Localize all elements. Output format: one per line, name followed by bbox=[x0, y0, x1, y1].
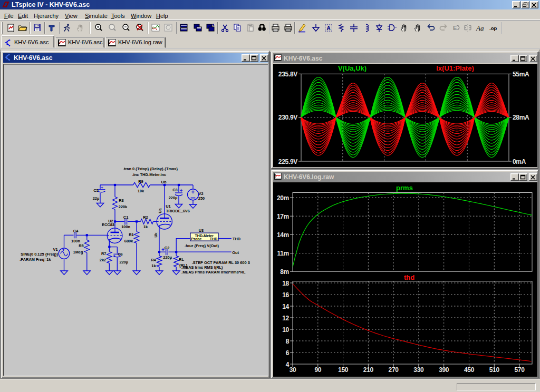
svg-text:U3: U3 bbox=[199, 228, 204, 233]
svg-text:1Meg: 1Meg bbox=[73, 250, 83, 254]
svg-text:6: 6 bbox=[286, 349, 290, 357]
svg-text:14: 14 bbox=[282, 303, 289, 310]
svg-text:90: 90 bbox=[314, 366, 321, 374]
svg-text:230.9V: 230.9V bbox=[278, 114, 298, 121]
svg-text:C4: C4 bbox=[73, 229, 79, 233]
svg-text:C1: C1 bbox=[123, 215, 128, 220]
svg-text:C3: C3 bbox=[172, 188, 177, 192]
svg-text:A: A bbox=[326, 25, 330, 31]
svg-text:8: 8 bbox=[286, 338, 290, 345]
svg-text:330: 330 bbox=[413, 366, 424, 374]
svg-text:18: 18 bbox=[282, 280, 289, 287]
svg-text:30: 30 bbox=[290, 366, 296, 374]
svg-text:Ix(U1:Plate): Ix(U1:Plate) bbox=[436, 64, 474, 72]
svg-text:220µ: 220µ bbox=[119, 260, 128, 264]
svg-text:14m: 14m bbox=[277, 231, 289, 239]
svg-text:220k: 220k bbox=[119, 204, 128, 209]
svg-text:R4: R4 bbox=[151, 258, 156, 262]
svg-text:28mA: 28mA bbox=[513, 114, 529, 121]
svg-text:220µ: 220µ bbox=[169, 195, 178, 200]
svg-text:C2: C2 bbox=[165, 246, 169, 250]
svg-text:Probe: Probe bbox=[191, 237, 202, 241]
svg-text:V1: V1 bbox=[53, 247, 57, 252]
svg-text:THD: THD bbox=[233, 237, 241, 241]
svg-text:1k: 1k bbox=[151, 263, 156, 268]
svg-text:390: 390 bbox=[439, 366, 449, 374]
svg-text:8m: 8m bbox=[280, 268, 289, 276]
svg-text:250: 250 bbox=[198, 196, 205, 201]
svg-text:220µ: 220µ bbox=[163, 255, 172, 260]
svg-text:680k: 680k bbox=[124, 239, 133, 243]
svg-text:ECC83: ECC83 bbox=[102, 222, 114, 227]
svg-text:RL: RL bbox=[179, 257, 184, 262]
svg-text:100n: 100n bbox=[71, 239, 80, 243]
svg-text:C5: C5 bbox=[93, 188, 98, 193]
svg-text:.inc THD-Meter.inc: .inc THD-Meter.inc bbox=[132, 172, 166, 177]
svg-text:570: 570 bbox=[514, 366, 525, 374]
svg-text:R1: R1 bbox=[129, 232, 133, 237]
svg-text:R9: R9 bbox=[138, 179, 143, 184]
svg-text:2k2: 2k2 bbox=[100, 258, 106, 262]
svg-text:11m: 11m bbox=[277, 250, 289, 257]
svg-text:10: 10 bbox=[282, 326, 289, 334]
svg-text:R5: R5 bbox=[79, 243, 83, 248]
svg-text:55mA: 55mA bbox=[513, 71, 529, 78]
svg-text:Uk: Uk bbox=[153, 232, 158, 237]
svg-text:270: 270 bbox=[389, 366, 399, 374]
svg-text:16: 16 bbox=[282, 291, 289, 299]
svg-text:Ua: Ua bbox=[158, 208, 162, 213]
svg-text:1k: 1k bbox=[143, 224, 148, 229]
svg-text:20m: 20m bbox=[277, 194, 289, 202]
svg-text:10k: 10k bbox=[138, 189, 144, 193]
svg-text:.MEAS Irms RMS I(RL): .MEAS Irms RMS I(RL) bbox=[181, 265, 223, 270]
svg-text:V2: V2 bbox=[198, 191, 203, 196]
svg-text:510: 510 bbox=[489, 366, 500, 374]
svg-text:.PARAM Freq=1k: .PARAM Freq=1k bbox=[20, 257, 51, 262]
svg-text:.MEAS Prms PARAM Irms*Irms*RL: .MEAS Prms PARAM Irms*Irms*RL bbox=[181, 270, 246, 275]
svg-text:R7: R7 bbox=[101, 251, 106, 256]
svg-text:225.9V: 225.9V bbox=[278, 158, 298, 165]
svg-text:.tran 0 {Tstop} {Delay} {Tmax}: .tran 0 {Tstop} {Delay} {Tmax} bbox=[123, 166, 178, 171]
svg-text:thd: thd bbox=[404, 273, 414, 281]
svg-text:TRIODE_6V6: TRIODE_6V6 bbox=[166, 209, 190, 213]
svg-text:210: 210 bbox=[363, 366, 374, 374]
svg-text:THD: THD bbox=[210, 237, 217, 241]
svg-text:SINE(0 0.125 {Freq}): SINE(0 0.125 {Freq}) bbox=[21, 252, 58, 257]
svg-text:Out: Out bbox=[232, 250, 239, 255]
svg-text:Aa: Aa bbox=[476, 24, 484, 32]
svg-text:22µ: 22µ bbox=[93, 196, 99, 201]
svg-text:Ub: Ub bbox=[161, 180, 167, 184]
svg-text:100n: 100n bbox=[121, 224, 130, 229]
svg-text:R2: R2 bbox=[143, 215, 148, 220]
svg-text:V(Ua,Uk): V(Ua,Uk) bbox=[338, 64, 367, 72]
svg-text:12: 12 bbox=[282, 315, 289, 322]
svg-text:C6: C6 bbox=[118, 252, 122, 257]
svg-text:E: E bbox=[453, 25, 457, 31]
svg-text:.STEP OCT PARAM RL 30 600 3: .STEP OCT PARAM RL 30 600 3 bbox=[192, 260, 250, 265]
svg-text:prms: prms bbox=[396, 184, 413, 192]
svg-text:0mA: 0mA bbox=[513, 158, 526, 165]
svg-text:235.8V: 235.8V bbox=[278, 71, 298, 78]
svg-text:.four {Freq} V(Out): .four {Freq} V(Out) bbox=[185, 243, 219, 248]
svg-text:450: 450 bbox=[464, 366, 475, 374]
svg-text:.op: .op bbox=[489, 25, 497, 31]
svg-text:150: 150 bbox=[338, 366, 349, 374]
svg-text:17m: 17m bbox=[277, 213, 289, 220]
svg-text:4: 4 bbox=[286, 361, 290, 368]
svg-text:R8: R8 bbox=[119, 198, 123, 203]
